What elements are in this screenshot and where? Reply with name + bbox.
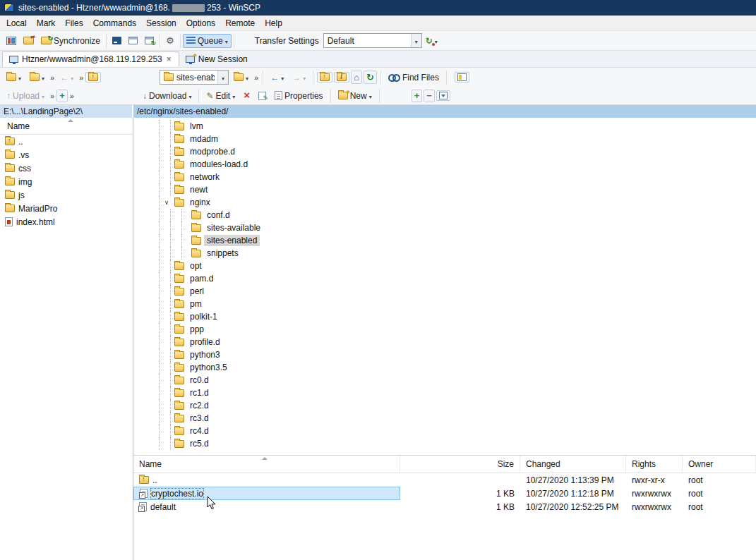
table-row[interactable]: default 1 KB 10/27/2020 12:52:25 PM rwxr… [133, 500, 756, 513]
list-item[interactable]: js [0, 188, 133, 202]
column-header-owner[interactable]: Owner [683, 456, 756, 473]
selection-filter-button[interactable] [436, 90, 450, 101]
tree-item[interactable]: profile.d [133, 336, 756, 348]
tree-item[interactable]: modprobe.d [133, 145, 756, 158]
menu-item[interactable]: Commands [88, 17, 141, 30]
tree-item[interactable]: lvm [133, 120, 756, 133]
session-tab[interactable]: Htzner/wwwadmin@168.119.129.253 [2, 51, 179, 67]
edit-button[interactable]: Edit [203, 89, 239, 103]
list-item[interactable]: MariadPro [0, 202, 133, 215]
tree-item[interactable]: network [133, 171, 756, 183]
remote-home-directory-button[interactable] [351, 71, 362, 84]
local-bookmarks-dropdown[interactable] [26, 71, 48, 85]
local-directory-dropdown[interactable] [3, 71, 25, 85]
local-select-button[interactable] [56, 90, 68, 102]
overflow-chevron[interactable] [49, 92, 55, 100]
list-item[interactable]: .. [0, 135, 133, 148]
column-header-changed[interactable]: Changed [520, 456, 626, 473]
local-path-bar[interactable]: E:\...\LandingPage\2\ [0, 105, 133, 118]
remote-bookmarks-dropdown[interactable] [230, 71, 252, 85]
menu-item[interactable]: Session [141, 17, 181, 30]
combo-dropdown-button[interactable] [217, 71, 228, 84]
tree-item[interactable]: snippets [133, 247, 756, 260]
list-item[interactable]: .vs [0, 148, 133, 162]
tree-item[interactable]: modules-load.d [133, 158, 756, 171]
list-item[interactable]: img [0, 175, 133, 188]
overflow-chevron[interactable] [253, 73, 259, 82]
download-button[interactable]: Download [139, 89, 195, 103]
tree-item[interactable]: sites-available [133, 221, 756, 234]
transfer-preset-button[interactable] [422, 34, 441, 48]
tree-item[interactable]: nginx [133, 196, 756, 209]
local-back-button[interactable] [56, 71, 77, 85]
local-navigation-toolbar [0, 71, 133, 85]
tree-item[interactable]: rc5.d [133, 437, 756, 450]
list-item[interactable]: index.html [0, 215, 133, 229]
properties-button[interactable]: Properties [271, 89, 327, 103]
remote-back-button[interactable] [267, 71, 287, 85]
caret-down-icon [222, 73, 224, 83]
local-parent-directory-button[interactable] [85, 72, 101, 83]
new-session-tab[interactable]: New Session [179, 51, 254, 67]
console-button[interactable] [109, 35, 125, 47]
queue-toggle-button[interactable]: Queue [183, 34, 232, 48]
menu-item[interactable]: Local [1, 17, 32, 30]
rename-button[interactable] [255, 90, 270, 102]
tree-item[interactable]: conf.d [133, 209, 756, 221]
tree-item[interactable]: mdadm [133, 133, 756, 145]
list-item[interactable]: css [0, 162, 133, 175]
chevron-down-icon[interactable] [161, 199, 172, 206]
remote-parent-directory-button[interactable] [317, 72, 332, 83]
tree-item[interactable]: rc4.d [133, 425, 756, 437]
remote-directory-select[interactable]: sites-enab [160, 70, 229, 85]
tree-item[interactable]: rc0.d [133, 374, 756, 386]
select-files-button[interactable] [412, 90, 423, 102]
overflow-chevron[interactable] [69, 92, 75, 100]
menu-item[interactable]: Remote [220, 17, 260, 30]
menu-item[interactable]: Files [60, 17, 88, 30]
remote-path-bar[interactable]: /etc/nginx/sites-enabled/ [133, 105, 756, 118]
menu-item[interactable]: Help [260, 17, 287, 30]
upload-button[interactable]: Upload [3, 89, 48, 103]
tree-item[interactable]: perl [133, 285, 756, 298]
commander-layout-button[interactable] [3, 35, 20, 47]
explore-button[interactable] [125, 35, 141, 47]
overflow-chevron[interactable] [78, 73, 84, 82]
tree-item[interactable]: sites-enabled [133, 234, 756, 247]
menu-item[interactable]: Options [181, 17, 220, 30]
tree-item[interactable]: python3.5 [133, 361, 756, 374]
column-header-rights[interactable]: Rights [626, 456, 683, 473]
synchronize-button[interactable]: Synchronize [37, 34, 104, 48]
refresh-panels-button[interactable] [141, 35, 157, 47]
column-header-size[interactable]: Size [400, 456, 520, 473]
find-files-button[interactable]: Find Files [385, 71, 443, 85]
combo-dropdown-button[interactable] [411, 34, 421, 47]
tree-item[interactable]: opt [133, 260, 756, 272]
tree-item[interactable]: polkit-1 [133, 310, 756, 323]
tree-item[interactable]: ppp [133, 323, 756, 336]
menu-item[interactable]: Mark [32, 17, 61, 30]
remote-forward-button[interactable] [289, 71, 309, 85]
tree-item[interactable]: pam.d [133, 272, 756, 285]
close-tab-icon[interactable] [166, 54, 172, 64]
tree-item[interactable]: rc1.d [133, 386, 756, 399]
table-row[interactable]: .. 10/27/2020 1:13:39 PM rwxr-xr-x root [133, 473, 756, 487]
transfer-settings-select[interactable]: Default [323, 33, 422, 48]
separator [380, 71, 381, 85]
delete-button[interactable] [240, 89, 253, 103]
directory-tree-toggle-button[interactable] [455, 72, 469, 83]
overflow-chevron[interactable] [49, 73, 55, 82]
tree-item[interactable]: rc2.d [133, 399, 756, 412]
table-row[interactable]: cryptochest.io 1 KB 10/27/2020 1:12:18 P… [133, 487, 756, 500]
tree-item[interactable]: pm [133, 298, 756, 310]
preferences-button[interactable] [162, 33, 178, 48]
synchronize-browsing-button[interactable] [20, 35, 37, 47]
remote-refresh-button[interactable] [364, 71, 377, 84]
tree-item[interactable]: rc3.d [133, 412, 756, 425]
new-button[interactable]: New [335, 89, 376, 103]
local-name-column-header[interactable]: Name [0, 118, 133, 135]
unselect-files-button[interactable] [424, 90, 435, 102]
remote-root-directory-button[interactable] [334, 72, 349, 83]
tree-item[interactable]: python3 [133, 348, 756, 361]
tree-item[interactable]: newt [133, 183, 756, 196]
